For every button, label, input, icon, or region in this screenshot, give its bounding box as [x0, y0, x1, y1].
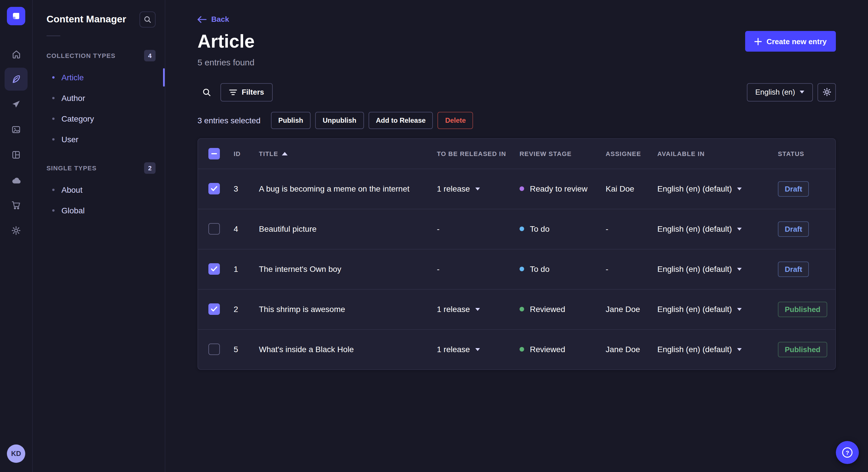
status-badge: Published — [778, 301, 827, 317]
check-icon — [211, 266, 218, 272]
locale-select[interactable]: English (en) — [747, 83, 813, 101]
entry-title: Beautiful picture — [259, 224, 437, 233]
locale-cell[interactable]: English (en) (default) — [657, 264, 778, 274]
stage-dot-icon — [520, 227, 524, 231]
bullet-icon — [52, 117, 55, 120]
sidebar-item-label: Global — [61, 206, 85, 215]
locale-cell[interactable]: English (en) (default) — [657, 305, 778, 314]
divider — [46, 36, 60, 36]
search-icon[interactable] — [140, 11, 156, 28]
locale-label: English (en) (default) — [657, 264, 732, 274]
sidebar-sections: COLLECTION TYPES4ArticleAuthorCategoryUs… — [33, 45, 165, 221]
table-row[interactable]: 3A bug is becoming a meme on the interne… — [198, 169, 835, 209]
assignee: - — [606, 224, 657, 233]
table-row[interactable]: 2This shrimp is awesome1 releaseReviewed… — [198, 289, 835, 330]
table-row[interactable]: 4Beautiful picture-To do-English (en) (d… — [198, 209, 835, 249]
sidebar-item-user[interactable]: User — [33, 129, 165, 150]
release-label: 1 release — [437, 305, 470, 314]
sidebar-item-about[interactable]: About — [33, 179, 165, 200]
sidebar-section-header[interactable]: SINGLE TYPES2 — [33, 158, 165, 179]
table-body: 3A bug is becoming a meme on the interne… — [198, 169, 835, 369]
stage-dot-icon — [520, 267, 524, 271]
column-header-label: ASSIGNEE — [606, 150, 641, 157]
strapi-logo-glyph — [11, 11, 21, 21]
column-header-label: TITLE — [259, 150, 278, 157]
locale-cell[interactable]: English (en) (default) — [657, 184, 778, 193]
create-new-entry-button[interactable]: Create new entry — [745, 31, 836, 52]
nav-content-manager-icon[interactable] — [5, 68, 28, 91]
release-cell[interactable]: 1 release — [437, 184, 520, 193]
sidebar-item-category[interactable]: Category — [33, 108, 165, 129]
sidebar-item-label: Author — [61, 94, 85, 103]
table-row[interactable]: 1The internet's Own boy-To do-English (e… — [198, 249, 835, 289]
nav-content-type-builder-icon[interactable] — [5, 143, 28, 166]
chevron-down-icon — [475, 348, 479, 351]
bullet-icon — [52, 189, 55, 191]
row-checkbox[interactable] — [208, 303, 220, 315]
page-title: Article — [197, 31, 255, 52]
column-header-to-be-released-in[interactable]: TO BE RELEASED IN — [437, 150, 520, 157]
row-checkbox-cell — [208, 183, 234, 194]
release-cell[interactable]: 1 release — [437, 345, 520, 354]
column-header-id[interactable]: ID — [234, 150, 259, 157]
unpublish-button[interactable]: Unpublish — [315, 111, 364, 129]
delete-button[interactable]: Delete — [438, 111, 473, 129]
help-button[interactable]: ? — [836, 441, 859, 464]
review-stage-cell: Ready to review — [520, 184, 606, 193]
nav-home-icon[interactable] — [5, 42, 28, 65]
sidebar-item-label: About — [61, 185, 82, 194]
publish-button[interactable]: Publish — [271, 111, 311, 129]
status-cell: Published — [778, 301, 835, 317]
assignee: - — [606, 264, 657, 274]
nav-marketplace-icon[interactable] — [5, 194, 28, 217]
search-icon[interactable] — [197, 83, 216, 101]
release-cell[interactable]: 1 release — [437, 305, 520, 314]
svg-text:?: ? — [846, 450, 849, 456]
selection-count: 3 entries selected — [197, 115, 260, 125]
indeterminate-dash-icon — [211, 153, 217, 154]
assignee: Kai Doe — [606, 184, 657, 193]
column-header-title[interactable]: TITLE — [259, 150, 437, 157]
column-header-status[interactable]: STATUS — [778, 150, 835, 157]
sidebar-section-label: SINGLE TYPES — [46, 165, 97, 171]
nav-settings-icon[interactable] — [5, 219, 28, 242]
table-row[interactable]: 5What's inside a Black Hole1 releaseRevi… — [198, 330, 835, 369]
row-checkbox[interactable] — [208, 223, 220, 235]
nav-release-icon[interactable] — [5, 93, 28, 116]
sidebar-item-label: User — [61, 135, 79, 144]
filters-button[interactable]: Filters — [220, 83, 273, 101]
locale-label: English (en) (default) — [657, 305, 732, 314]
row-checkbox[interactable] — [208, 263, 220, 275]
bullet-icon — [52, 209, 55, 212]
sidebar-item-author[interactable]: Author — [33, 88, 165, 108]
row-checkbox[interactable] — [208, 183, 220, 194]
nav-media-library-icon[interactable] — [5, 118, 28, 141]
bullet-icon — [52, 138, 55, 140]
strapi-admin: KD Content Manager COLLECTION TYPES4Arti… — [0, 0, 868, 472]
user-avatar[interactable]: KD — [7, 444, 25, 463]
back-link[interactable]: Back — [197, 15, 229, 24]
row-checkbox[interactable] — [208, 343, 220, 355]
view-settings-icon[interactable] — [817, 83, 836, 101]
nav-deploy-icon[interactable] — [5, 169, 28, 192]
locale-cell[interactable]: English (en) (default) — [657, 345, 778, 354]
strapi-logo[interactable] — [7, 7, 25, 25]
status-cell: Draft — [778, 181, 835, 196]
sidebar-section-header[interactable]: COLLECTION TYPES4 — [33, 45, 165, 67]
arrow-left-icon — [197, 16, 207, 23]
locale-cell[interactable]: English (en) (default) — [657, 224, 778, 233]
status-cell: Draft — [778, 221, 835, 237]
column-header-assignee[interactable]: ASSIGNEE — [606, 150, 657, 157]
column-header-available-in[interactable]: AVAILABLE IN — [657, 150, 778, 157]
entry-id: 2 — [234, 305, 259, 314]
sidebar-item-article[interactable]: Article — [33, 67, 165, 88]
content-manager-subnav: Content Manager COLLECTION TYPES4Article… — [33, 0, 165, 472]
select-all-checkbox[interactable] — [208, 148, 220, 159]
assignee: Jane Doe — [606, 305, 657, 314]
column-header-review-stage[interactable]: REVIEW STAGE — [520, 150, 606, 157]
add-to-release-button[interactable]: Add to Release — [369, 111, 433, 129]
sidebar-item-global[interactable]: Global — [33, 200, 165, 221]
bullet-icon — [52, 97, 55, 99]
stage-dot-icon — [520, 347, 524, 351]
chevron-down-icon — [475, 308, 479, 310]
